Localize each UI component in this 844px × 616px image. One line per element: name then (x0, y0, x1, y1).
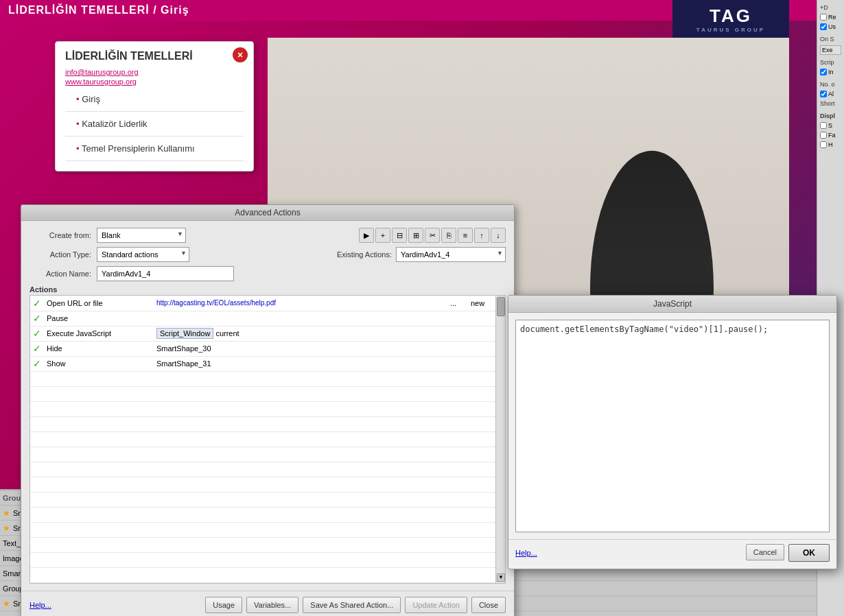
js-dialog-title: JavaScript (508, 296, 836, 313)
action-param2 (447, 311, 468, 326)
existing-actions-label: Existing Actions: (337, 250, 392, 259)
in-checkbox[interactable] (820, 69, 827, 75)
table-row-empty (30, 371, 495, 386)
action-toolbar: ▶ + ⊟ ⊞ ✂ ⎘ ≡ ↑ ↓ (191, 228, 506, 243)
create-from-wrapper: Blank (97, 228, 186, 243)
displ-label: Displ (819, 111, 843, 121)
copy-btn[interactable]: ⎘ (441, 228, 456, 243)
action-type-select[interactable]: Standard actions (97, 247, 189, 262)
re-checkbox[interactable] (820, 14, 827, 21)
al-checkbox[interactable] (820, 91, 827, 97)
existing-actions-wrapper: YardimAdv1_4 (396, 247, 506, 262)
re-label: Re (828, 14, 836, 21)
s-label: S (828, 122, 832, 129)
short-label: Short (819, 99, 843, 108)
table-row-empty (30, 447, 495, 462)
info-email-link[interactable]: info@taurusgroup.org (65, 68, 244, 76)
check-icon: ✓ (33, 343, 41, 354)
check-icon: ✓ (33, 358, 41, 369)
action-name-cell: Open URL or file (44, 296, 154, 311)
action-param2 (447, 341, 468, 356)
al-label: Al (828, 91, 834, 97)
action-param3: new (468, 296, 495, 311)
table-row-empty (30, 567, 495, 582)
table-row-empty (30, 431, 495, 447)
check-icon: ✓ (33, 328, 41, 339)
create-from-label: Create from: (30, 231, 91, 239)
sidebar-re-checkbox: Re (819, 12, 843, 22)
script-label: Scrip (819, 58, 843, 67)
js-help-link[interactable]: Help... (515, 549, 537, 557)
paste-btn[interactable]: ≡ (458, 228, 473, 243)
action-name-label: Action Name: (30, 270, 91, 278)
info-popup-close-button[interactable]: × (233, 47, 248, 62)
js-dialog-footer: Help... Cancel OK (508, 539, 836, 569)
table-row-empty (30, 552, 495, 567)
cut-btn[interactable]: ✂ (425, 228, 440, 243)
us-label: Us (828, 23, 836, 30)
js-ok-button[interactable]: OK (788, 544, 830, 562)
add-btn[interactable]: + (375, 228, 390, 243)
action-param1: http://tagcasting.tv/EOL/assets/help.pdf (154, 296, 447, 311)
move-down-btn[interactable]: ↓ (491, 228, 506, 243)
save-shared-button[interactable]: Save As Shared Action... (303, 597, 401, 613)
action-param2: ... (447, 296, 468, 311)
close-button[interactable]: Close (471, 597, 506, 613)
action-name-cell: Pause (44, 311, 154, 326)
create-from-select[interactable]: Blank (97, 228, 186, 243)
action-name-input[interactable] (97, 266, 234, 281)
move-up-btn[interactable]: ↑ (474, 228, 489, 243)
info-popup: LİDERLİĞİN TEMELLERİ × info@taurusgroup.… (55, 41, 254, 171)
update-action-button[interactable]: Update Action (405, 597, 467, 613)
action-param3 (468, 356, 495, 371)
variables-button[interactable]: Variables... (246, 597, 298, 613)
footer-right: Usage Variables... Save As Shared Action… (205, 597, 506, 613)
table-row-empty (30, 522, 495, 537)
js-cancel-button[interactable]: Cancel (746, 544, 784, 560)
existing-actions-row: Existing Actions: YardimAdv1_4 (195, 247, 506, 262)
actions-table-container: ✓ Open URL or file http://tagcasting.tv/… (30, 295, 506, 584)
action-param3 (468, 341, 495, 356)
scrollbar-thumb (497, 297, 505, 316)
existing-actions-select[interactable]: YardimAdv1_4 (396, 247, 506, 262)
duplicate-btn[interactable]: ⊞ (408, 228, 423, 243)
item-label: Smart (3, 569, 23, 578)
info-website-link[interactable]: www.taurusgroup.org (65, 78, 244, 86)
help-link[interactable]: Help... (30, 601, 51, 609)
nav-item-giris[interactable]: Giriş (65, 87, 244, 112)
table-row-empty (30, 492, 495, 507)
check-icon: ✓ (33, 313, 41, 324)
advanced-actions-dialog: Advanced Actions Create from: Blank ▶ + … (21, 204, 515, 616)
fa-row: Fa (819, 130, 843, 140)
s-checkbox[interactable] (820, 122, 827, 129)
star-icon: ★ (3, 599, 10, 608)
table-row-empty (30, 507, 495, 522)
nav-item-temel[interactable]: Temel Prensiplerin Kullanımı (65, 137, 244, 161)
action-name-cell: Execute JavaScript (44, 326, 154, 341)
in-label: In (828, 69, 834, 75)
footer-left: Help... (30, 601, 51, 609)
in-checkbox-row: In (819, 67, 843, 77)
logo-text: TAG (710, 5, 752, 27)
javascript-dialog: JavaScript Help... Cancel OK (508, 295, 837, 569)
h-checkbox[interactable] (820, 141, 827, 148)
table-scrollbar[interactable]: ▼ (495, 296, 505, 583)
table-row-empty (30, 401, 495, 416)
advanced-actions-title: Advanced Actions (21, 205, 514, 221)
scrollbar-down-btn[interactable]: ▼ (497, 573, 505, 582)
exe-button[interactable]: Exe (820, 45, 841, 55)
table-row: ✓ Open URL or file http://tagcasting.tv/… (30, 296, 495, 311)
star-icon: ★ (3, 508, 10, 518)
delete-btn[interactable]: ⊟ (392, 228, 407, 243)
current-label: current (215, 329, 239, 337)
play-btn[interactable]: ▶ (359, 228, 374, 243)
js-code-input[interactable] (515, 320, 830, 532)
action-name-cell: Show (44, 356, 154, 371)
nav-item-katalizor[interactable]: Katalizör Liderlik (65, 112, 244, 137)
table-row-empty (30, 537, 495, 552)
fa-checkbox[interactable] (820, 132, 827, 139)
usage-button[interactable]: Usage (205, 597, 242, 613)
us-checkbox[interactable] (820, 23, 827, 30)
action-type-wrapper: Standard actions (97, 247, 189, 262)
table-row-empty (30, 462, 495, 477)
